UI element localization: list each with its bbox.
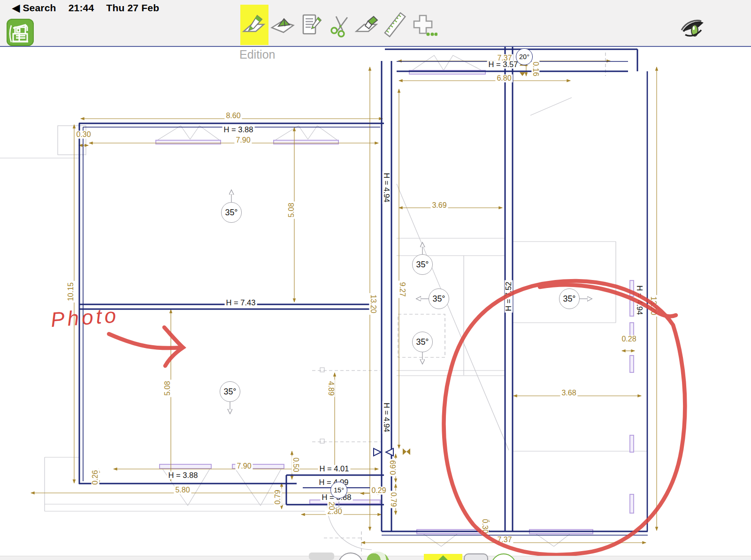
view-toggle-button[interactable] [679, 16, 705, 42]
eye-icon [679, 16, 705, 42]
dashed-lines [312, 53, 605, 554]
back-to-search-button[interactable]: ◀ Search [12, 2, 56, 14]
page-curl-icon[interactable] [464, 553, 488, 560]
bottom-left-button[interactable] [309, 552, 334, 560]
pencil-on-plan-icon [241, 12, 268, 38]
status-date: Thu 27 Feb [106, 2, 159, 14]
walls [79, 46, 648, 535]
cut-tool-button[interactable] [325, 5, 353, 45]
document-pencil-icon [298, 12, 324, 38]
ruler-icon [383, 12, 407, 38]
status-bar: ◀ Search 21:44 Thu 27 Feb [12, 2, 159, 14]
plus-more-icon [409, 12, 437, 38]
active-bottom-tool-highlight[interactable] [424, 554, 462, 560]
eraser-tool-button[interactable] [353, 5, 381, 45]
dimension-lines [31, 61, 657, 543]
tool-bar [240, 5, 437, 45]
draw-tool-button[interactable] [240, 5, 268, 45]
mode-label: Edition [239, 48, 275, 61]
ruler-tool-button[interactable] [381, 5, 409, 45]
scissors-icon [326, 12, 352, 38]
top-bar: ◀ Search 21:44 Thu 27 Feb [0, 0, 751, 47]
app-home-icon[interactable] [7, 19, 34, 46]
roof-3d-icon [269, 12, 296, 38]
roof-tool-button[interactable] [268, 5, 297, 45]
clock-time: 21:44 [69, 2, 94, 14]
eraser-on-plan-icon [354, 12, 380, 38]
arrow-icon [438, 555, 448, 560]
more-tools-button[interactable] [409, 5, 437, 45]
dashed-markers [320, 368, 324, 443]
notes-tool-button[interactable] [297, 5, 325, 45]
floorplan-app: { "status_bar": { "back_label": "◀ Searc… [0, 0, 751, 560]
floorplan-canvas[interactable] [0, 0, 751, 560]
window-symbols [156, 70, 634, 534]
junction-arrows [374, 62, 525, 456]
